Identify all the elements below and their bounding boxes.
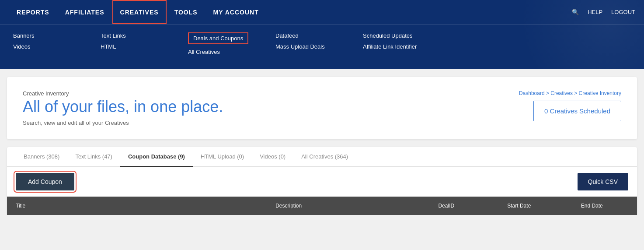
- nav-myaccount[interactable]: MY ACCOUNT: [205, 0, 267, 24]
- nav-mass-upload[interactable]: Mass Upload Deals: [275, 43, 345, 50]
- tab-html-upload[interactable]: HTML Upload (0): [193, 147, 252, 167]
- actions-row: Add Coupon Quick CSV: [7, 167, 637, 197]
- tab-banners[interactable]: Banners (308): [16, 147, 67, 167]
- creatives-dropdown: Banners Videos Text Links HTML Deals and…: [0, 24, 644, 69]
- nav-videos[interactable]: Videos: [13, 43, 83, 50]
- nav-datafeed[interactable]: Datafeed: [275, 32, 345, 39]
- logout-link[interactable]: LOGOUT: [611, 9, 635, 15]
- nav-html[interactable]: HTML: [101, 43, 171, 50]
- nav-reports[interactable]: REPORTS: [9, 0, 57, 24]
- add-coupon-button[interactable]: Add Coupon: [16, 173, 74, 190]
- table-header: Title Description DealID Start Date End …: [7, 197, 637, 215]
- nav-banners[interactable]: Banners: [13, 32, 83, 39]
- nav-all-creatives[interactable]: All Creatives: [188, 49, 258, 55]
- breadcrumb: Dashboard > Creatives > Creative Invento…: [519, 90, 621, 96]
- tab-all-creatives[interactable]: All Creatives (364): [293, 147, 356, 167]
- tabs-container: Banners (308) Text Links (47) Coupon Dat…: [7, 147, 637, 215]
- dropdown-col-textlinks: Text Links HTML: [101, 32, 171, 60]
- dropdown-col-datafeed: Datafeed Mass Upload Deals: [275, 32, 345, 60]
- nav-scheduled-updates[interactable]: Scheduled Updates: [363, 32, 433, 39]
- page-description: Search, view and edit all of your Creati…: [23, 120, 223, 126]
- dropdown-col-scheduled: Scheduled Updates Affiliate Link Identif…: [363, 32, 433, 60]
- dropdown-col-deals: Deals and Coupons All Creatives: [188, 32, 258, 60]
- tab-videos[interactable]: Videos (0): [252, 147, 293, 167]
- content-header: Creative Inventory All of your files, in…: [7, 77, 637, 139]
- tab-text-links[interactable]: Text Links (47): [67, 147, 120, 167]
- tab-coupon-database[interactable]: Coupon Database (9): [120, 147, 193, 167]
- help-link[interactable]: HELP: [588, 9, 602, 15]
- page-title: All of your files, in one place.: [23, 98, 223, 116]
- nav-tools[interactable]: TOOLS: [167, 0, 205, 24]
- nav-affiliate-link[interactable]: Affiliate Link Identifier: [363, 43, 433, 50]
- dropdown-col-banners: Banners Videos: [13, 32, 83, 60]
- creatives-scheduled-button[interactable]: 0 Creatives Scheduled: [533, 101, 621, 121]
- col-dealid: DealID: [410, 203, 483, 209]
- col-end-date: End Date: [556, 203, 628, 209]
- tabs-row: Banners (308) Text Links (47) Coupon Dat…: [7, 147, 637, 167]
- nav-text-links[interactable]: Text Links: [101, 32, 171, 39]
- col-title: Title: [16, 203, 167, 209]
- col-start-date: Start Date: [483, 203, 555, 209]
- page-subtitle: Creative Inventory: [23, 90, 223, 97]
- nav-creatives[interactable]: CREATIVES: [112, 0, 167, 24]
- search-icon[interactable]: 🔍: [572, 9, 579, 15]
- col-description: Description: [167, 203, 410, 209]
- nav-deals-coupons[interactable]: Deals and Coupons: [188, 32, 248, 44]
- nav-affiliates[interactable]: AFFILIATES: [57, 0, 112, 24]
- quick-csv-button[interactable]: Quick CSV: [578, 173, 628, 190]
